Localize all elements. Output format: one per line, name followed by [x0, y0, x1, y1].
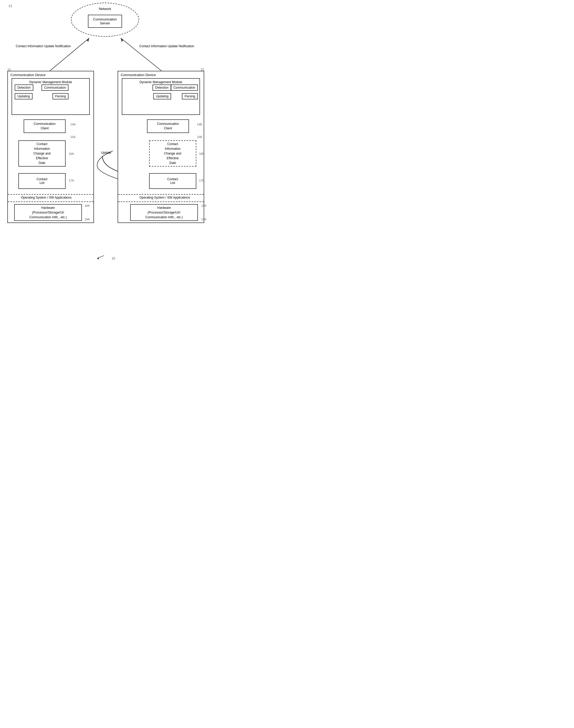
ref-10: 10 — [95, 254, 115, 260]
hw-right: Hardware(Processor/Storage/UI//Communica… — [130, 204, 198, 221]
svg-line-0 — [50, 38, 89, 71]
mod-detect-left: Detection — [15, 84, 33, 91]
svg-marker-1 — [87, 38, 89, 42]
cc-left: CommunicationClient — [24, 119, 66, 133]
svg-line-2 — [121, 38, 161, 71]
mod-parse-left: Parsing — [52, 93, 69, 99]
mod-comm-right: Communication — [171, 84, 198, 91]
ref-17a: 17A — [69, 179, 74, 182]
ref-14a: 14A — [70, 123, 76, 126]
ref-15b: 15B — [197, 135, 202, 138]
mod-update-left: Updating — [15, 93, 33, 99]
diagram: Network CommunicationServer 13 Contact I… — [0, 0, 210, 265]
os-sep2-left — [8, 202, 93, 202]
comm-server-label: CommunicationServer — [93, 17, 117, 25]
ref-19b: 19B — [201, 218, 206, 221]
mod-update-right: Updating — [153, 93, 171, 99]
clist-right: ContactList — [149, 173, 196, 189]
comm-server-box: CommunicationServer — [88, 15, 122, 28]
network-ref: 13 — [8, 4, 12, 8]
mod-parse-right: Parsing — [182, 93, 198, 99]
os-sep-right — [118, 194, 204, 195]
cinfo-right: ContactInformationChange andEffectiveDat… — [149, 140, 196, 167]
os-label-right: Operating System / SW Applications — [139, 196, 190, 199]
cinfo-left: ContactInformationChange andEffectiveDat… — [18, 140, 66, 167]
ref-19a: 19A — [84, 218, 90, 221]
ref-18a: 18A — [84, 204, 90, 207]
network-ellipse: Network CommunicationServer — [71, 3, 139, 37]
mod-detect-right: Detection — [153, 84, 171, 91]
hw-left: Hardware(Processor/Storage/UI/Communicat… — [14, 204, 82, 221]
ref-16b: 16B — [199, 152, 204, 155]
dmm-left-title: Dynamic Management Module — [29, 80, 72, 84]
cc-right: CommunicationClient — [147, 119, 189, 133]
network-label: Network — [99, 7, 111, 11]
ref-15a: 15A — [70, 135, 76, 138]
device-left-title: Communication Device — [10, 73, 46, 77]
os-sep2-right — [118, 202, 204, 202]
update-label: Update — [101, 151, 111, 155]
device-right-title: Communication Device — [121, 73, 156, 77]
clist-left: ContactList — [18, 173, 66, 189]
dmm-right-title: Dynamic Management Module — [139, 80, 182, 84]
ref-17b: 17B — [199, 179, 204, 182]
ref-10-arrow — [95, 254, 106, 259]
ref-18b: 18B — [201, 204, 206, 207]
notif-right: Contact Information Update Notification — [139, 44, 194, 48]
ref-16a: 16A — [69, 152, 74, 155]
svg-marker-3 — [121, 38, 123, 42]
svg-marker-19 — [97, 257, 99, 259]
notif-left: Contact Information Update Notification — [16, 44, 71, 48]
ref-14b: 14B — [197, 123, 202, 126]
os-sep-left — [8, 194, 93, 195]
os-label-left: Operating System / SW Applications — [21, 196, 72, 199]
mod-comm-left: Communication — [41, 84, 69, 91]
